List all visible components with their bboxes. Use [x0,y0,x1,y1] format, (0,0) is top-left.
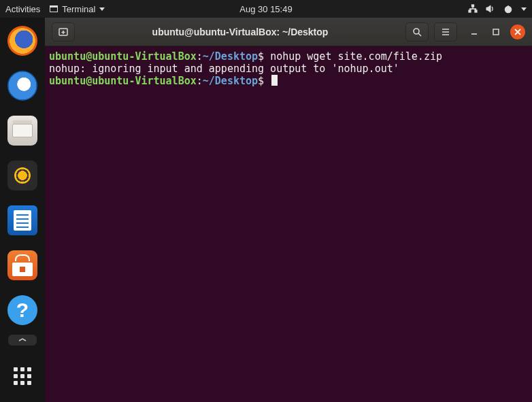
window-title: ubuntu@ubuntu-VirtualBox: ~/Desktop [80,27,400,37]
app-menu-label: Terminal [62,4,95,14]
svg-rect-0 [472,5,474,7]
close-button[interactable] [510,24,525,39]
files-icon [7,116,37,146]
apps-grid-icon [14,367,31,385]
firefox-icon [7,26,37,56]
thunderbird-icon [7,71,37,101]
terminal-window: ubuntu@ubuntu-VirtualBox: ~/Desktop ubun… [45,18,532,402]
dock: ? [0,18,45,402]
prompt-path: ~/Desktop [203,75,258,87]
terminal-icon [50,5,58,12]
new-tab-button[interactable] [52,22,75,41]
maximize-button[interactable] [488,24,503,39]
prompt-symbol: $ [258,75,264,87]
prompt-user: ubuntu@ubuntu-VirtualBox [49,50,197,63]
prompt-path: ~/Desktop [203,50,258,63]
prompt-user: ubuntu@ubuntu-VirtualBox [49,75,197,87]
command-text: nohup wget site.com/file.zip [270,50,442,63]
dock-item-writer[interactable] [6,204,39,237]
dock-overflow[interactable] [8,335,37,346]
prompt-sep: : [197,50,203,63]
rhythmbox-icon [7,161,37,190]
chevron-down-icon [99,7,105,11]
network-icon[interactable] [468,4,478,14]
dock-item-software[interactable] [6,249,39,282]
show-applications-button[interactable] [6,360,39,392]
svg-rect-2 [475,10,477,12]
hamburger-menu-button[interactable] [434,22,457,41]
prompt-sep: : [197,75,203,87]
svg-point-5 [414,29,419,34]
cursor [271,75,278,86]
clock[interactable]: Aug 30 15:49 [239,4,292,14]
app-menu[interactable]: Terminal [50,4,105,14]
svg-rect-6 [493,29,499,35]
volume-icon[interactable] [486,4,495,14]
dock-item-thunderbird[interactable] [6,69,39,102]
activities-button[interactable]: Activities [5,4,40,14]
svg-rect-1 [469,10,471,12]
prompt-symbol: $ [258,50,264,63]
output-line: nohup: ignoring input and appending outp… [49,63,399,75]
power-icon[interactable] [503,4,513,14]
software-icon [7,250,37,280]
dock-item-rhythmbox[interactable] [6,159,39,192]
minimize-button[interactable] [467,24,482,39]
writer-icon [7,205,37,235]
top-panel: Activities Terminal Aug 30 15:49 [0,0,532,18]
window-titlebar[interactable]: ubuntu@ubuntu-VirtualBox: ~/Desktop [45,18,532,46]
system-menu-chevron-icon[interactable] [521,7,527,11]
dock-item-files[interactable] [6,114,39,147]
terminal-body[interactable]: ubuntu@ubuntu-VirtualBox:~/Desktop$ nohu… [45,46,532,402]
dock-item-help[interactable]: ? [6,294,39,326]
search-button[interactable] [405,22,429,41]
help-icon: ? [7,295,37,325]
dock-item-firefox[interactable] [6,24,39,57]
